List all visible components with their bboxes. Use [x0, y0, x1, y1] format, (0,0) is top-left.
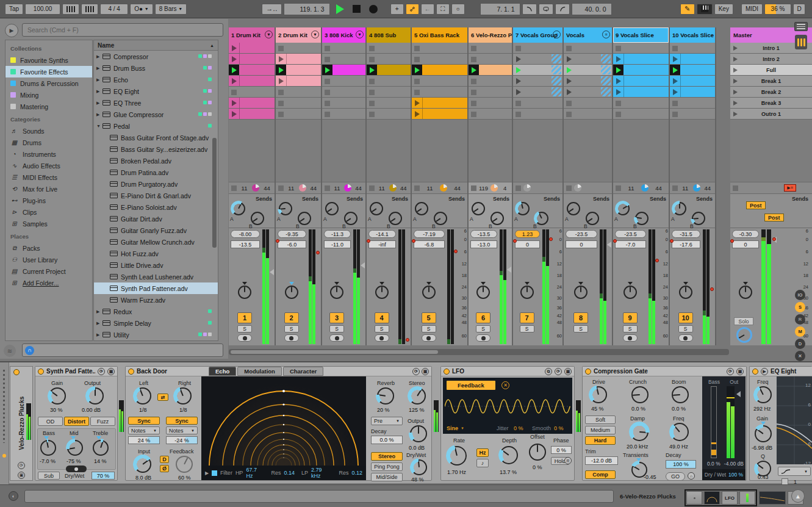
sidebar-item-packs[interactable]: ⧉Packs	[5, 242, 92, 254]
fuzz-mode-button[interactable]: Fuzz	[90, 417, 115, 426]
send-b-knob[interactable]	[535, 212, 548, 225]
arm-button[interactable]	[284, 334, 299, 342]
peak-level-display[interactable]: -14.1	[368, 230, 396, 238]
clip-slot[interactable]	[564, 54, 612, 65]
browser-file-drum-purgatory-adv[interactable]: Drum Purgatory.adv	[94, 178, 218, 190]
clip-play-icon[interactable]	[232, 45, 237, 51]
listen-icon[interactable]: ∩	[688, 472, 695, 480]
fader-handle-icon[interactable]	[361, 262, 365, 268]
scene-play-icon[interactable]	[733, 68, 738, 73]
decay-field[interactable]: 100 %	[666, 460, 696, 469]
sidebar-item-favourite-effects[interactable]: Favourite Effects	[5, 66, 92, 77]
clip-slot[interactable]	[322, 109, 365, 120]
clip-play-icon[interactable]	[415, 100, 420, 106]
tab-modulation[interactable]: Modulation	[237, 367, 282, 376]
pan-knob[interactable]	[623, 282, 637, 299]
clip-slot[interactable]	[670, 87, 715, 98]
stereo-knob[interactable]	[409, 387, 426, 405]
drywet-value[interactable]: 70 %	[92, 472, 115, 480]
left-sync-mode-menu[interactable]: Notes▼	[128, 426, 160, 434]
browser-file-guitar-gnarly-fuzz-adv[interactable]: Guitar Gnarly Fuzz.adv	[94, 225, 218, 236]
expand-arrow-icon[interactable]: ▶	[96, 66, 102, 71]
scene-slot-full[interactable]: Full	[730, 65, 812, 76]
playing-clip-button[interactable]	[613, 65, 623, 75]
output-knob[interactable]	[87, 387, 104, 405]
play-button[interactable]	[336, 4, 344, 14]
od-mode-button[interactable]: OD	[38, 417, 63, 426]
solo-button[interactable]: S	[375, 325, 389, 333]
device-on-toggle[interactable]	[585, 369, 591, 375]
rail-toggle-d[interactable]: D	[795, 339, 805, 349]
cue-volume-knob[interactable]	[736, 327, 752, 343]
clip-play-icon[interactable]	[516, 89, 521, 95]
stop-button[interactable]	[353, 5, 361, 13]
solo-button[interactable]: S	[476, 325, 490, 333]
browser-folder-pedal[interactable]: ▼Pedal	[94, 120, 218, 132]
track-header[interactable]: 6 Velo-Rezzo P	[469, 27, 512, 43]
sidebar-item-instruments[interactable]: ◔Instruments	[5, 148, 92, 160]
browser-file-bass-guitar-front-of-stage-adv[interactable]: Bass Guitar Front of Stage.adv	[94, 132, 218, 143]
browser-folder-glue-compressor[interactable]: ▶Glue Compressor	[94, 109, 218, 120]
clip-slot[interactable]	[412, 76, 467, 87]
group-fold-icon[interactable]: ≡	[602, 31, 610, 38]
capture-midi-button[interactable]: ⛶	[436, 4, 450, 15]
clip-slot[interactable]	[322, 43, 365, 54]
bass-knob[interactable]	[40, 440, 56, 456]
mid-knob[interactable]	[67, 440, 83, 456]
send-b-knob[interactable]	[635, 212, 649, 225]
clip-slot[interactable]	[469, 98, 512, 109]
track-activator-button[interactable]: 2	[284, 312, 299, 323]
send-b-knob[interactable]	[434, 212, 447, 225]
clip-slot[interactable]	[613, 43, 669, 54]
show-hide-browser-icon[interactable]: ≋	[4, 345, 16, 357]
clip-slot[interactable]	[412, 109, 467, 120]
rate-knob[interactable]	[447, 446, 467, 466]
clip-slot[interactable]	[613, 109, 669, 120]
track-activator-button[interactable]: 8	[573, 312, 588, 323]
stereo-mode-button[interactable]: Stereo	[371, 452, 403, 461]
scene-slot-break-1[interactable]: Break 1	[730, 76, 812, 87]
sidebar-item-samples[interactable]: ⊞Samples	[5, 218, 92, 229]
pan-dial[interactable]	[520, 286, 534, 299]
save-preset-icon[interactable]: ▣	[736, 368, 744, 375]
volume-field[interactable]: -6.8	[414, 240, 445, 248]
clip-slot[interactable]	[513, 87, 562, 98]
scene-play-icon[interactable]	[733, 101, 738, 106]
clip-slot[interactable]	[322, 76, 365, 87]
volume-field[interactable]: 0	[515, 240, 540, 248]
pan-knob[interactable]	[422, 282, 436, 299]
hamburger-menu-icon[interactable]	[794, 22, 808, 31]
clip-slot[interactable]	[367, 65, 411, 76]
treble-knob[interactable]	[93, 440, 109, 456]
echo-filter-bar[interactable]: ▶ Filter HP 67.7 Hz Res 0.14 LP 2.79 kHz…	[201, 466, 366, 480]
rail-toggle-✕[interactable]: ✕	[795, 351, 805, 361]
right-sync-button[interactable]: Sync	[166, 417, 198, 425]
pan-dial[interactable]	[623, 286, 637, 299]
tempo-field[interactable]: 100.00	[25, 4, 60, 15]
session-record-button[interactable]: ○	[451, 4, 465, 15]
browser-folder-eq-three[interactable]: ▶EQ Three	[94, 97, 218, 109]
arm-button[interactable]	[678, 334, 693, 342]
lfo-thumbnail[interactable]: LFO	[722, 491, 738, 505]
sidebar-item-current-project[interactable]: ▤Current Project	[5, 265, 92, 277]
browser-folder-eq-eight[interactable]: ▶EQ Eight	[94, 85, 218, 97]
clip-play-icon[interactable]	[616, 89, 621, 95]
distort-mode-button[interactable]: Distort	[64, 417, 89, 426]
playing-clip-button[interactable]	[367, 65, 377, 75]
browser-folder-redux[interactable]: ▶Redux	[94, 306, 218, 317]
sidebar-item-favourite-synths[interactable]: Favourite Synths	[5, 54, 92, 66]
track-activator-dot[interactable]	[13, 369, 20, 375]
arm-button[interactable]	[375, 334, 389, 342]
echo-output-knob[interactable]	[410, 425, 427, 442]
browser-preview-bar[interactable]: ∩	[22, 343, 223, 357]
send-a-knob[interactable]	[673, 202, 686, 215]
browser-file-synth-pad-fattener-adv[interactable]: Synth Pad Fattener.adv	[94, 282, 218, 294]
track-header[interactable]: 3 808 Kick▼	[322, 27, 365, 43]
browser-file-drum-patina-adv[interactable]: Drum Patina.adv	[94, 167, 218, 178]
echo-left-time-knob[interactable]	[134, 387, 151, 405]
rail-toggle-s[interactable]: S	[795, 302, 805, 312]
solo-button[interactable]: S	[623, 325, 638, 333]
clip-slot[interactable]	[229, 76, 275, 87]
clip-slot[interactable]	[412, 43, 467, 54]
clip-play-icon[interactable]	[616, 78, 621, 84]
